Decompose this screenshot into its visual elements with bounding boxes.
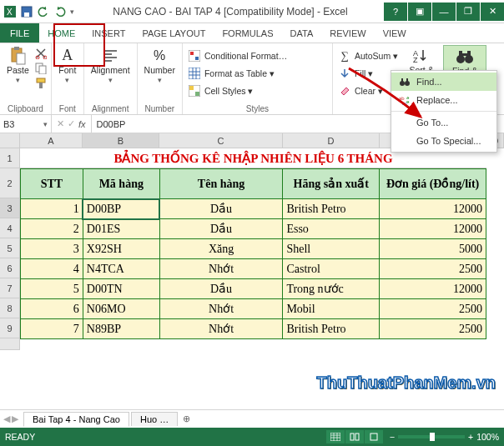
cell-gia[interactable]: 12000 xyxy=(380,199,486,219)
header-ten[interactable]: Tên hàng xyxy=(159,169,283,199)
row-header-5[interactable]: 5 xyxy=(0,238,20,258)
cell-stt[interactable]: 1 xyxy=(21,199,83,219)
header-stt[interactable]: STT xyxy=(21,169,83,199)
close-button[interactable]: ✕ xyxy=(481,3,504,21)
cell-stt[interactable]: 4 xyxy=(21,259,83,279)
menu-item-goto-special[interactable]: Go To Special... xyxy=(391,132,496,150)
tab-page-layout[interactable]: PAGE LAYOUT xyxy=(134,23,214,43)
row-header-9[interactable]: 9 xyxy=(0,318,20,338)
alignment-button[interactable]: Alignment▾ xyxy=(88,45,133,86)
col-header-a[interactable]: A xyxy=(20,133,83,148)
restore-button[interactable]: ❐ xyxy=(456,3,480,21)
help-button[interactable]: ? xyxy=(384,3,407,21)
font-button[interactable]: A Font▾ xyxy=(56,45,79,86)
cell-ten[interactable]: Dầu xyxy=(159,219,283,239)
enter-icon[interactable]: ✓ xyxy=(68,118,75,129)
conditional-format-button[interactable]: Conditional Format… xyxy=(187,48,289,63)
row-header-10[interactable] xyxy=(0,338,20,350)
cell-ma[interactable]: N06MO xyxy=(83,299,159,319)
sheet-tab-other[interactable]: Huo … xyxy=(131,412,178,426)
zoom-slider[interactable] xyxy=(398,435,465,438)
row-header-2[interactable]: 2 xyxy=(0,168,20,198)
cell-ma[interactable]: X92SH xyxy=(83,239,159,259)
select-all-corner[interactable] xyxy=(0,133,20,148)
row-header-1[interactable]: 1 xyxy=(0,148,20,168)
format-as-table-button[interactable]: Format as Table ▾ xyxy=(187,66,289,80)
cell-hang[interactable]: British Petro xyxy=(283,199,380,219)
cell-gia[interactable]: 12000 xyxy=(380,279,486,299)
cell-ma[interactable]: N4TCA xyxy=(83,259,159,279)
row-header-3[interactable]: 3 xyxy=(0,198,20,218)
zoom-level[interactable]: 100% xyxy=(476,432,499,442)
cell-ten[interactable]: Nhớt xyxy=(159,319,283,339)
new-sheet-button[interactable]: ⊕ xyxy=(183,413,190,424)
header-hang[interactable]: Hãng sản xuất xyxy=(283,169,380,199)
tab-review[interactable]: REVIEW xyxy=(321,23,374,43)
cut-icon[interactable] xyxy=(35,48,47,61)
zoom-in-button[interactable]: + xyxy=(468,432,473,442)
cell-ten[interactable]: Nhớt xyxy=(159,299,283,319)
view-page-layout[interactable] xyxy=(345,430,364,443)
cell-gia[interactable]: 2500 xyxy=(380,259,486,279)
ribbon-display-button[interactable]: ▣ xyxy=(408,3,431,21)
cell-stt[interactable]: 7 xyxy=(21,319,83,339)
menu-item-goto[interactable]: Go To... xyxy=(391,113,496,132)
cell-ten[interactable]: Nhớt xyxy=(159,259,283,279)
zoom-out-button[interactable]: − xyxy=(390,432,395,442)
cell-ma[interactable]: D00TN xyxy=(83,279,159,299)
cell-styles-button[interactable]: Cell Styles ▾ xyxy=(187,83,289,98)
sheet-nav-prev[interactable]: ◀ xyxy=(3,413,10,424)
cell-hang[interactable]: British Petro xyxy=(283,319,380,339)
cell-stt[interactable]: 2 xyxy=(21,219,83,239)
cell-ma[interactable]: D01ES xyxy=(83,219,159,239)
cell-gia[interactable]: 12000 xyxy=(380,219,486,239)
file-tab[interactable]: FILE xyxy=(0,23,39,43)
col-header-c[interactable]: C xyxy=(159,133,283,148)
cell-gia[interactable]: 2500 xyxy=(380,319,486,339)
cell-gia[interactable]: 5000 xyxy=(380,239,486,259)
cell-hang[interactable]: Mobil xyxy=(283,299,380,319)
cell-ten[interactable]: Dầu xyxy=(159,199,283,219)
fx-icon[interactable]: fx xyxy=(78,119,86,129)
row-header-4[interactable]: 4 xyxy=(0,218,20,238)
view-normal[interactable] xyxy=(326,430,345,443)
number-button[interactable]: % Number▾ xyxy=(142,45,178,86)
menu-item-replace[interactable]: abacReplace... xyxy=(391,91,496,109)
col-header-d[interactable]: D xyxy=(283,133,380,148)
col-header-b[interactable]: B xyxy=(83,133,159,148)
row-header-6[interactable]: 6 xyxy=(0,258,20,278)
redo-icon[interactable] xyxy=(53,5,67,18)
cell-hang[interactable]: Esso xyxy=(283,219,380,239)
cell-ma[interactable]: N89BP xyxy=(83,319,159,339)
sheet-nav-next[interactable]: ▶ xyxy=(12,413,18,424)
cell-hang[interactable]: Shell xyxy=(283,239,380,259)
cell-ma[interactable]: D00BP xyxy=(83,199,159,219)
row-header-7[interactable]: 7 xyxy=(0,278,20,298)
minimize-button[interactable]: — xyxy=(432,3,456,21)
header-ma[interactable]: Mã hàng xyxy=(83,169,159,199)
cancel-icon[interactable]: ✕ xyxy=(57,118,64,129)
row-header-8[interactable]: 8 xyxy=(0,298,20,318)
header-gia[interactable]: Đơn giá (Đồng/lít) xyxy=(380,169,486,199)
tab-formulas[interactable]: FORMULAS xyxy=(214,23,281,43)
cell-gia[interactable]: 2500 xyxy=(380,299,486,319)
cell-hang[interactable]: Trong nước xyxy=(283,279,380,299)
cell-stt[interactable]: 5 xyxy=(21,279,83,299)
cell-ten[interactable]: Dầu xyxy=(159,279,283,299)
cell-stt[interactable]: 3 xyxy=(21,239,83,259)
tab-home[interactable]: HOME xyxy=(39,23,83,43)
cell-stt[interactable]: 6 xyxy=(21,299,83,319)
autosum-button[interactable]: ∑AutoSum ▾ xyxy=(337,48,400,63)
cells-area[interactable]: BẢNG THỐNG KÊ NHẬP NHIÊN LIỆU 6 THÁNG ST… xyxy=(20,148,504,350)
sheet-tab-active[interactable]: Bai Tap 4 - Nang Cao xyxy=(23,412,129,427)
qat-customize-icon[interactable]: ▾ xyxy=(70,8,74,16)
tab-data[interactable]: DATA xyxy=(282,23,322,43)
cell-ten[interactable]: Xăng xyxy=(159,239,283,259)
save-icon[interactable] xyxy=(20,5,33,18)
name-box[interactable]: B3▾ xyxy=(0,115,52,133)
undo-icon[interactable] xyxy=(37,5,50,18)
cell-hang[interactable]: Castrol xyxy=(283,259,380,279)
format-painter-icon[interactable] xyxy=(35,78,47,91)
tab-insert[interactable]: INSERT xyxy=(83,23,134,43)
paste-button[interactable]: Paste▾ xyxy=(4,45,32,86)
